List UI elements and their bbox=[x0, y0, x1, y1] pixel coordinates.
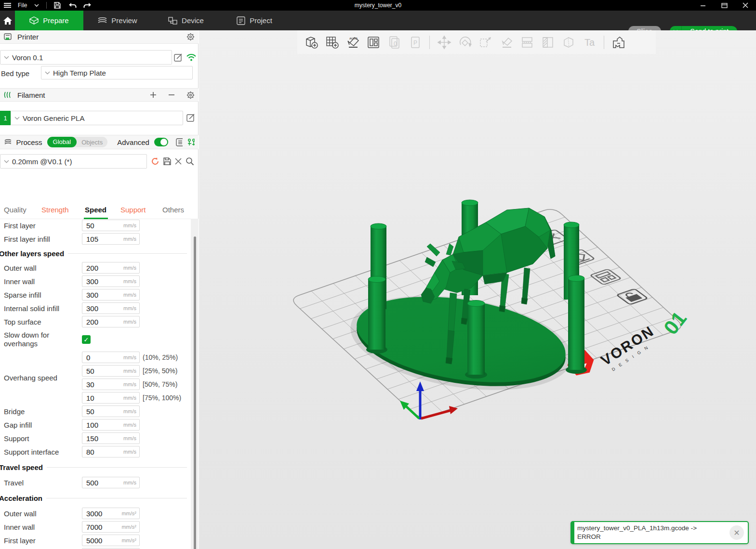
move-button[interactable] bbox=[436, 34, 452, 51]
settings-scrollbar-thumb[interactable] bbox=[194, 236, 196, 549]
setting-label: Internal solid infill bbox=[0, 304, 82, 313]
setting-label: Outer wall bbox=[0, 510, 82, 518]
accel-inner-wall-input[interactable]: 7000mm/s² bbox=[82, 521, 140, 533]
param-table-icon[interactable] bbox=[187, 138, 195, 146]
accel-outer-wall-input[interactable]: 3000mm/s² bbox=[82, 508, 140, 519]
slow-overhangs-checkbox[interactable]: ✓ bbox=[82, 335, 91, 344]
sparse-infill-speed-input[interactable]: 300mm/s bbox=[82, 289, 140, 301]
printer-icon bbox=[4, 33, 13, 41]
overhang-range-2: [25%, 50%) bbox=[143, 367, 177, 375]
advanced-toggle[interactable] bbox=[154, 138, 168, 146]
filament-settings-gear-icon[interactable] bbox=[186, 91, 195, 99]
tab-preview-label: Preview bbox=[111, 16, 137, 25]
model-pillar-mid-left[interactable] bbox=[366, 276, 387, 354]
auto-orient-button[interactable]: AUTO bbox=[345, 34, 361, 51]
param-list-icon[interactable] bbox=[176, 138, 183, 146]
overhang-range-3: [50%, 75%) bbox=[143, 380, 177, 388]
bridge-speed-input[interactable]: 50mm/s bbox=[82, 405, 140, 417]
overhang-range-4: [75%, 100%) bbox=[143, 394, 181, 402]
process-scope-toggle[interactable]: Global Objects bbox=[47, 137, 108, 147]
split-objects-button[interactable] bbox=[519, 34, 535, 51]
tab-support[interactable]: Support bbox=[120, 206, 146, 214]
tab-device-label: Device bbox=[182, 16, 204, 25]
overhang-speed-2-input[interactable]: 50mm/s bbox=[82, 365, 140, 377]
setting-label: Inner wall bbox=[0, 277, 82, 286]
tab-device[interactable]: Device bbox=[152, 11, 220, 30]
maximize-button[interactable] bbox=[714, 0, 735, 11]
printer-settings-gear-icon[interactable] bbox=[186, 33, 195, 41]
gap-infill-speed-input[interactable]: 100mm/s bbox=[82, 419, 140, 431]
tab-quality[interactable]: Quality bbox=[4, 206, 27, 214]
filament-edit-icon[interactable] bbox=[186, 113, 196, 122]
reset-profile-icon[interactable] bbox=[151, 157, 159, 166]
preview-layers-icon bbox=[98, 16, 107, 25]
setting-label: Bridge bbox=[0, 407, 82, 416]
rotate-button[interactable] bbox=[457, 34, 473, 51]
support-interface-speed-input[interactable]: 80mm/s bbox=[82, 446, 140, 458]
tab-speed[interactable]: Speed bbox=[85, 206, 106, 214]
setting-row-support-interface: Support interface 80mm/s bbox=[0, 445, 191, 458]
setting-label: Gap infill bbox=[0, 421, 82, 429]
minimize-button[interactable] bbox=[692, 0, 714, 11]
search-params-icon[interactable] bbox=[186, 157, 194, 166]
first-layer-infill-speed-input[interactable]: 105mm/s bbox=[82, 233, 140, 245]
close-button[interactable] bbox=[735, 0, 756, 11]
auto-orient-label: AUTO bbox=[349, 37, 358, 40]
scale-button[interactable] bbox=[477, 34, 494, 51]
remove-filament-icon[interactable] bbox=[168, 92, 175, 98]
tab-prepare-label: Prepare bbox=[43, 16, 68, 25]
lay-on-face-button[interactable] bbox=[498, 34, 515, 51]
tab-others[interactable]: Others bbox=[162, 206, 184, 214]
setting-label: Support bbox=[0, 434, 82, 443]
internal-solid-infill-speed-input[interactable]: 300mm/s bbox=[82, 302, 140, 314]
copy-button[interactable]: 0 bbox=[386, 34, 402, 51]
support-speed-input[interactable]: 150mm/s bbox=[82, 432, 140, 444]
inner-wall-speed-input[interactable]: 300mm/s bbox=[82, 275, 140, 287]
home-button[interactable] bbox=[0, 11, 15, 30]
printer-edit-icon[interactable] bbox=[174, 53, 183, 62]
text-tool-button[interactable]: Ta bbox=[581, 34, 597, 51]
add-plate-button[interactable] bbox=[324, 34, 340, 51]
filament-select-value: Voron Generic PLA bbox=[23, 114, 84, 122]
section-travel-speed: Travel speed bbox=[0, 458, 191, 476]
add-model-button[interactable] bbox=[303, 34, 319, 51]
travel-speed-input[interactable]: 500mm/s bbox=[82, 477, 140, 488]
overhang-speed-4-input[interactable]: 10mm/s bbox=[82, 392, 140, 404]
filament-section-header: Filament bbox=[0, 88, 199, 102]
assembly-view-button[interactable] bbox=[610, 34, 627, 51]
overhang-speed-3-input[interactable]: 30mm/s bbox=[82, 379, 140, 390]
arrange-button[interactable] bbox=[365, 34, 382, 51]
bed-type-caret-icon bbox=[45, 71, 50, 75]
tab-project[interactable]: Project bbox=[220, 11, 289, 30]
split-parts-button[interactable] bbox=[560, 34, 577, 51]
tab-prepare[interactable]: Prepare bbox=[15, 11, 83, 30]
printer-wifi-icon[interactable] bbox=[186, 53, 197, 62]
model-pillar-front-center[interactable] bbox=[465, 301, 487, 379]
tab-strength[interactable]: Strength bbox=[41, 206, 69, 214]
first-layer-speed-input[interactable]: 50mm/s bbox=[82, 220, 140, 231]
settings-scrollbar-track[interactable] bbox=[191, 219, 199, 549]
accel-first-layer-input[interactable]: 5000mm/s² bbox=[82, 535, 140, 546]
paste-button[interactable]: P bbox=[407, 34, 423, 51]
save-profile-icon[interactable] bbox=[163, 157, 172, 166]
outer-wall-speed-input[interactable]: 200mm/s bbox=[82, 262, 140, 274]
viewport-3d[interactable]: 01 VORON D E S I G N bbox=[199, 30, 756, 549]
scope-objects[interactable]: Objects bbox=[77, 139, 107, 146]
tab-preview[interactable]: Preview bbox=[83, 11, 152, 30]
setting-row-inner-wall: Inner wall 300mm/s bbox=[0, 274, 191, 288]
scope-global[interactable]: Global bbox=[47, 137, 77, 147]
tab-project-label: Project bbox=[250, 16, 272, 25]
clear-profile-icon[interactable] bbox=[175, 158, 182, 165]
model-pillar-right-front[interactable] bbox=[566, 275, 587, 374]
bed-type-select[interactable]: High Temp Plate bbox=[41, 66, 193, 79]
printer-select[interactable]: Voron 0.1 bbox=[0, 50, 172, 65]
setting-label: Outer wall bbox=[0, 264, 82, 272]
section-acceleration: Acceleration bbox=[0, 489, 191, 507]
filament-select[interactable]: Voron Generic PLA bbox=[11, 111, 183, 125]
top-surface-speed-input[interactable]: 200mm/s bbox=[82, 316, 140, 327]
add-filament-icon[interactable] bbox=[150, 92, 157, 98]
toast-close-button[interactable]: ✕ bbox=[729, 525, 744, 540]
variable-layer-height-button[interactable] bbox=[540, 34, 556, 51]
overhang-speed-1-input[interactable]: 0mm/s bbox=[82, 352, 140, 363]
process-profile-select[interactable]: 0.20mm @V0.1 (*) bbox=[0, 154, 147, 169]
